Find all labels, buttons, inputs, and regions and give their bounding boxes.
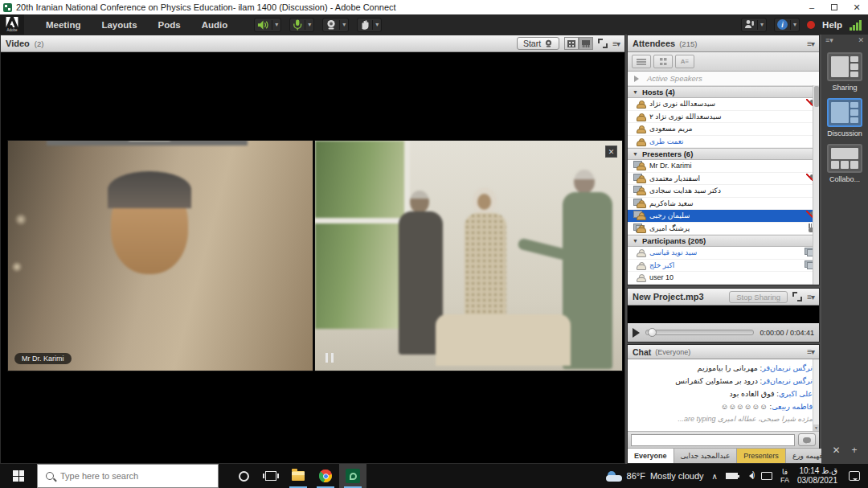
adobe-logo[interactable]: Adobe: [0, 14, 24, 35]
attendee-row-selected[interactable]: سلیمان رجبی: [628, 210, 819, 223]
attendee-row[interactable]: Mr Dr. Karimi: [628, 160, 819, 173]
menu-meeting[interactable]: Meeting: [35, 14, 91, 35]
chat-pod-menu-icon[interactable]: ≡▾: [807, 347, 814, 356]
menu-pods[interactable]: Pods: [148, 14, 191, 35]
action-center-icon[interactable]: [849, 471, 860, 481]
status-caret-icon[interactable]: ▾: [757, 20, 764, 30]
microphone-button[interactable]: ▾: [289, 18, 314, 32]
attendees-scrollbar[interactable]: [813, 85, 819, 285]
language-indicator[interactable]: فا FA: [780, 468, 789, 485]
attendee-row[interactable]: مریم مسعودی: [628, 123, 819, 136]
attendee-row[interactable]: user 10: [628, 272, 819, 285]
speaker-caret-icon[interactable]: ▾: [272, 20, 278, 30]
close-layout-bar-icon[interactable]: ✕: [832, 445, 840, 456]
raise-hand-caret-icon[interactable]: ▾: [372, 20, 379, 30]
maximize-button[interactable]: [823, 0, 845, 14]
help-link[interactable]: Help: [822, 20, 842, 30]
webcam-button[interactable]: ▾: [322, 18, 349, 32]
audio-display-area: [628, 306, 819, 323]
attendee-name: Mr Dr. Karimi: [649, 162, 692, 170]
start-webcam-button[interactable]: Start: [517, 37, 559, 50]
filmstrip-view-button[interactable]: [579, 37, 593, 50]
participants-section-header[interactable]: ▼ Participants (205): [628, 235, 819, 247]
audio-pod-menu-icon[interactable]: ≡▾: [807, 293, 814, 301]
layouts-menu-icon[interactable]: ≡▾: [825, 36, 833, 44]
adobe-logo-label: Adobe: [6, 28, 17, 32]
cortana-button[interactable]: [230, 464, 257, 488]
attendee-row[interactable]: سیدسعدالله نوری نژاد: [628, 98, 819, 111]
chrome-button[interactable]: [312, 464, 339, 488]
speaker-button[interactable]: ▾: [254, 18, 281, 32]
chat-scrollbar[interactable]: ▼: [813, 359, 819, 431]
layout-discussion-thumb[interactable]: [827, 98, 862, 127]
hosts-section-header[interactable]: ▼ Hosts (4): [628, 86, 819, 98]
attendee-name: سید نوید قیاسی: [649, 248, 697, 256]
start-button[interactable]: [0, 464, 37, 488]
seek-bar[interactable]: [645, 330, 754, 335]
attendees-pod-menu-icon[interactable]: ≡▾: [807, 39, 814, 48]
file-explorer-button[interactable]: [285, 464, 312, 488]
stop-sharing-button[interactable]: Stop Sharing: [729, 291, 788, 303]
menu-layouts[interactable]: Layouts: [91, 14, 147, 35]
raise-hand-button[interactable]: ▾: [357, 18, 382, 32]
close-button[interactable]: ✕: [845, 0, 868, 14]
chat-text: فوق العاده بود: [730, 389, 775, 398]
feed-close-button[interactable]: ✕: [605, 146, 617, 158]
layout-sharing-thumb[interactable]: [827, 52, 862, 81]
minimize-button[interactable]: –: [800, 0, 823, 14]
attendee-list-view-button[interactable]: [632, 55, 651, 68]
search-input[interactable]: [60, 471, 197, 481]
fullscreen-icon[interactable]: [598, 39, 608, 48]
grid-view-icon: [567, 40, 575, 47]
attendee-row[interactable]: سید نوید قیاسی: [628, 247, 819, 260]
layout-collaboration-thumb[interactable]: [827, 144, 862, 173]
attendee-row[interactable]: نعمت طری: [628, 136, 819, 149]
grid-view-button[interactable]: [564, 37, 579, 50]
attendee-row[interactable]: دکتر سید هدایت سجادی: [628, 185, 819, 198]
set-status-button[interactable]: ▾: [741, 18, 767, 32]
chat-input-row: [628, 431, 819, 448]
adobe-connect-taskbar-button[interactable]: [339, 464, 366, 488]
taskbar-search[interactable]: [37, 464, 219, 488]
attendee-row[interactable]: اکبر خلج: [628, 260, 819, 273]
show-hidden-icons-button[interactable]: ∧: [712, 472, 718, 481]
audio-fullscreen-icon[interactable]: [792, 292, 802, 301]
display-icon[interactable]: [761, 472, 772, 480]
chat-tab-everyone[interactable]: Everyone: [628, 449, 674, 463]
info-caret-icon[interactable]: ▾: [790, 20, 796, 30]
host-avatar-icon: [633, 137, 645, 146]
playback-time: 0:00:00 / 0:04:41: [760, 329, 814, 337]
microphone-caret-icon[interactable]: ▾: [305, 20, 311, 30]
video-feed-karimi[interactable]: Mr Dr. Karimi: [7, 140, 313, 371]
chat-tab-presenters[interactable]: Presenters: [737, 449, 786, 463]
taskbar-clock[interactable]: 10:14 ق.ظ 03/08/2021: [797, 466, 837, 486]
pause-icon[interactable]: [326, 353, 334, 363]
volume-icon[interactable]: [746, 473, 753, 479]
layouts-close-icon[interactable]: ✕: [858, 36, 864, 44]
breakout-view-button[interactable]: [653, 55, 673, 68]
status-view-button[interactable]: A≡: [675, 55, 694, 68]
presenters-section-header[interactable]: ▼ Presenters (6): [628, 148, 819, 160]
attendee-row[interactable]: پرشنگ امیری: [628, 223, 819, 236]
send-message-button[interactable]: [798, 433, 816, 446]
scroll-down-icon[interactable]: ▼: [813, 424, 819, 431]
video-pod-menu-icon[interactable]: ≡▾: [612, 39, 620, 48]
recording-indicator-icon[interactable]: [807, 21, 815, 29]
attendee-row[interactable]: سیدسعدالله نوری نژاد ۲: [628, 111, 819, 124]
video-feed-group[interactable]: ✕: [314, 140, 623, 371]
add-layout-icon[interactable]: +: [852, 445, 858, 456]
status-person-icon: [744, 19, 755, 30]
menu-audio[interactable]: Audio: [191, 14, 239, 35]
seek-knob[interactable]: [648, 328, 657, 337]
play-button[interactable]: [633, 328, 640, 338]
chat-input[interactable]: [631, 434, 795, 446]
webcam-caret-icon[interactable]: ▾: [339, 20, 346, 30]
connection-signal-icon[interactable]: [850, 19, 862, 31]
attendee-row[interactable]: اسفندیار معتمدی: [628, 173, 819, 186]
battery-icon[interactable]: [726, 473, 738, 479]
weather-widget[interactable]: 86°F Mostly cloudy: [606, 471, 704, 482]
attendee-row[interactable]: سعید شاه‌کریم: [628, 198, 819, 211]
connection-info-button[interactable]: i ▾: [774, 18, 800, 32]
task-view-button[interactable]: [257, 464, 285, 488]
chat-tab-private-1[interactable]: عبدالمجید جدایی: [674, 449, 738, 463]
